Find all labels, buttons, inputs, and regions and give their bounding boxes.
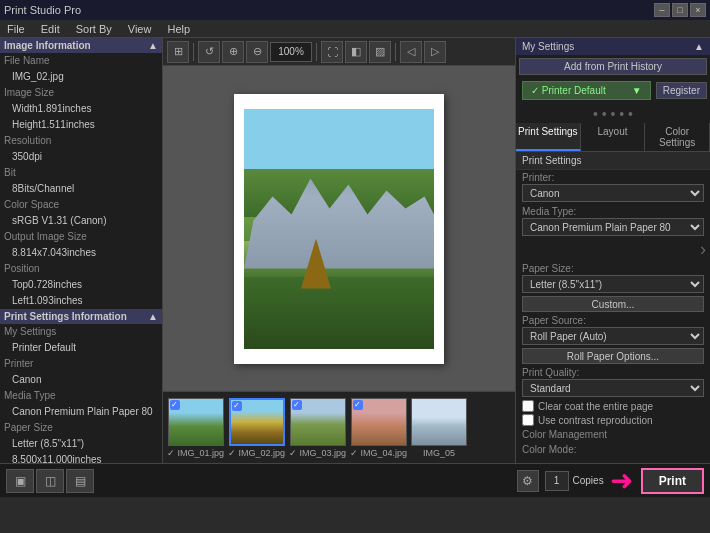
film-check-1: ✓ bbox=[170, 400, 180, 410]
colorspace-value: sRGB V1.31 (Canon) bbox=[0, 213, 162, 229]
ps-media-label: Media Type bbox=[0, 388, 162, 404]
rp-tabs: Print Settings Layout Color Settings bbox=[516, 123, 710, 152]
film-item-3[interactable]: ✓ ✓ IMG_03.jpg bbox=[289, 398, 346, 458]
media-label: Media Type: bbox=[522, 206, 704, 217]
printer-label: Printer: bbox=[522, 172, 704, 183]
outputsize-value: 8.814x7.043inches bbox=[0, 245, 162, 261]
panel-toggle-3[interactable]: ▤ bbox=[66, 469, 94, 493]
rp-header: My Settings ▲ bbox=[516, 38, 710, 55]
image-info-header: Image Information ▲ bbox=[0, 38, 162, 53]
film-thumb-4[interactable]: ✓ bbox=[351, 398, 407, 446]
bottom-bar: ▣ ◫ ▤ ⚙ Copies ➜ Print bbox=[0, 463, 710, 497]
film-item-4[interactable]: ✓ ✓ IMG_04.jpg bbox=[350, 398, 407, 458]
ps-paper-value1: Letter (8.5"x11") bbox=[0, 436, 162, 452]
ps-printer-label: Printer bbox=[0, 356, 162, 372]
menu-sortby[interactable]: Sort By bbox=[73, 23, 115, 35]
film-thumb-1[interactable]: ✓ bbox=[168, 398, 224, 446]
copies-area: Copies bbox=[545, 471, 604, 491]
print-settings-info-header: Print Settings Information ▲ bbox=[0, 309, 162, 324]
preset-label: ✓ Printer Default bbox=[531, 85, 606, 96]
layout1-button[interactable]: ◧ bbox=[345, 41, 367, 63]
copies-input[interactable] bbox=[545, 471, 569, 491]
close-button[interactable]: × bbox=[690, 3, 706, 17]
film-label-4: ✓ IMG_04.jpg bbox=[350, 448, 407, 458]
rotate-button[interactable]: ↺ bbox=[198, 41, 220, 63]
film-thumb-2[interactable]: ✓ bbox=[229, 398, 285, 446]
paper-size-select[interactable]: Letter (8.5"x11") bbox=[522, 275, 704, 293]
layout2-button[interactable]: ▨ bbox=[369, 41, 391, 63]
tab-layout[interactable]: Layout bbox=[581, 123, 646, 151]
mysettings-label: My Settings bbox=[0, 324, 162, 340]
printer-select[interactable]: Canon bbox=[522, 184, 704, 202]
film-label-3: ✓ IMG_03.jpg bbox=[289, 448, 346, 458]
ps-paper-value2: 8.500x11.000inches bbox=[0, 452, 162, 463]
maximize-button[interactable]: □ bbox=[672, 3, 688, 17]
panel-toggle-1[interactable]: ▣ bbox=[6, 469, 34, 493]
next-button[interactable]: ▷ bbox=[424, 41, 446, 63]
register-button[interactable]: Register bbox=[656, 82, 707, 99]
tab-print-settings[interactable]: Print Settings bbox=[516, 123, 581, 151]
menu-file[interactable]: File bbox=[4, 23, 28, 35]
rp-title: My Settings bbox=[522, 41, 574, 52]
film-item-2[interactable]: ✓ ✓ IMG_02.jpg bbox=[228, 398, 285, 458]
filename-value: IMG_02.jpg bbox=[0, 69, 162, 85]
paper-size-row: Paper Size: Letter (8.5"x11") bbox=[516, 261, 710, 295]
position-label: Position bbox=[0, 261, 162, 277]
film-item-5[interactable]: IMG_05 bbox=[411, 398, 467, 458]
bit-value: 8Bits/Channel bbox=[0, 181, 162, 197]
menu-view[interactable]: View bbox=[125, 23, 155, 35]
outputsize-label: Output Image Size bbox=[0, 229, 162, 245]
ps-media-value: Canon Premium Plain Paper 80 bbox=[0, 404, 162, 420]
film-thumb-3[interactable]: ✓ bbox=[290, 398, 346, 446]
menu-help[interactable]: Help bbox=[164, 23, 193, 35]
clear-coat-label: Clear coat the entire page bbox=[538, 401, 653, 412]
print-quality-label: Print Quality: bbox=[522, 367, 704, 378]
media-select[interactable]: Canon Premium Plain Paper 80 bbox=[522, 218, 704, 236]
tb-sep2 bbox=[316, 43, 317, 61]
film-check-3: ✓ bbox=[292, 400, 302, 410]
film-item-1[interactable]: ✓ ✓ IMG_01.jpg bbox=[167, 398, 224, 458]
right-arrow-icon[interactable]: › bbox=[700, 239, 706, 260]
paper-source-label: Paper Source: bbox=[522, 315, 704, 326]
minimize-button[interactable]: – bbox=[654, 3, 670, 17]
position-left: Left1.093inches bbox=[0, 293, 162, 309]
photo-preview bbox=[244, 109, 434, 349]
toolbar: ⊞ ↺ ⊕ ⊖ ⛶ ◧ ▨ ◁ ▷ bbox=[163, 38, 515, 66]
tab-color-settings[interactable]: Color Settings bbox=[645, 123, 710, 151]
film-label-1: ✓ IMG_01.jpg bbox=[167, 448, 224, 458]
menu-edit[interactable]: Edit bbox=[38, 23, 63, 35]
media-row: Media Type: Canon Premium Plain Paper 80 bbox=[516, 204, 710, 238]
clear-coat-checkbox[interactable] bbox=[522, 400, 534, 412]
add-history-button[interactable]: Add from Print History bbox=[519, 58, 707, 75]
zoom-in-button[interactable]: ⊕ bbox=[222, 41, 244, 63]
contrast-label: Use contrast reproduction bbox=[538, 415, 653, 426]
title-bar: Print Studio Pro – □ × bbox=[0, 0, 710, 20]
fit-button[interactable]: ⛶ bbox=[321, 41, 343, 63]
settings-button[interactable]: ⚙ bbox=[517, 470, 539, 492]
color-mode-row: Color Mode: bbox=[516, 442, 710, 457]
film-thumb-5[interactable] bbox=[411, 398, 467, 446]
color-mgmt-row: Color Management bbox=[516, 427, 710, 442]
preset-selector[interactable]: ✓ Printer Default ▼ bbox=[522, 81, 651, 100]
contrast-checkbox[interactable] bbox=[522, 414, 534, 426]
roll-paper-options-button[interactable]: Roll Paper Options... bbox=[522, 348, 704, 364]
print-button[interactable]: Print bbox=[641, 468, 704, 494]
film-label-2: ✓ IMG_02.jpg bbox=[228, 448, 285, 458]
tb-sep1 bbox=[193, 43, 194, 61]
view-grid-button[interactable]: ⊞ bbox=[167, 41, 189, 63]
panel-toggle-2[interactable]: ◫ bbox=[36, 469, 64, 493]
prev-button[interactable]: ◁ bbox=[400, 41, 422, 63]
paper-source-select[interactable]: Roll Paper (Auto) bbox=[522, 327, 704, 345]
left-panel: Image Information ▲ File Name IMG_02.jpg… bbox=[0, 38, 163, 463]
resolution-label: Resolution bbox=[0, 133, 162, 149]
custom-button[interactable]: Custom... bbox=[522, 296, 704, 312]
color-mgmt-label: Color Management bbox=[522, 429, 704, 440]
ps-printer-value: Canon bbox=[0, 372, 162, 388]
zoom-out-button[interactable]: ⊖ bbox=[246, 41, 268, 63]
preset-dropdown-icon: ▼ bbox=[632, 85, 642, 96]
window-controls: – □ × bbox=[654, 3, 706, 17]
film-check-2: ✓ bbox=[232, 401, 242, 411]
bottom-left-controls: ▣ ◫ ▤ bbox=[6, 469, 94, 493]
zoom-input[interactable] bbox=[270, 42, 312, 62]
print-quality-select[interactable]: Standard bbox=[522, 379, 704, 397]
